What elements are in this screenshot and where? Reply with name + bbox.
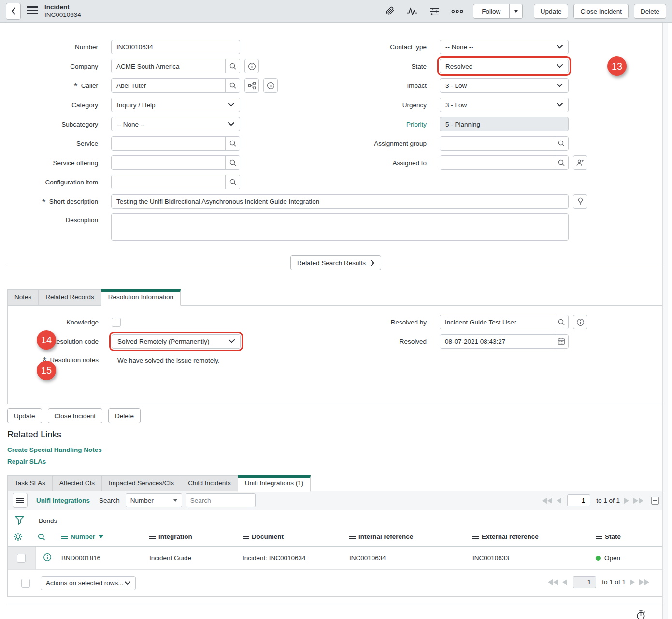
company-preview-button[interactable] <box>244 59 259 73</box>
related-search-results-button[interactable]: Related Search Results <box>290 255 381 270</box>
column-header-number[interactable]: Number <box>59 528 147 546</box>
caller-input[interactable] <box>112 79 225 92</box>
search-icon <box>229 82 237 89</box>
filter-icon[interactable] <box>14 515 25 526</box>
next-page-icon[interactable] <box>624 498 629 504</box>
caller-hierarchy-button[interactable] <box>244 78 259 93</box>
collapse-list-icon[interactable] <box>651 497 659 505</box>
activity-stream-icon[interactable] <box>406 6 418 16</box>
context-menu-icon[interactable] <box>27 6 38 16</box>
response-time-icon[interactable] <box>635 609 646 619</box>
urgency-select[interactable]: 3 - Low <box>440 98 569 112</box>
resolved-by-preview-button[interactable] <box>573 315 587 329</box>
more-options-icon[interactable] <box>451 9 463 14</box>
tab-affected-cis[interactable]: Affected CIs <box>52 475 102 491</box>
list-settings-button[interactable] <box>8 528 35 546</box>
close-incident-button-bottom[interactable]: Close Incident <box>48 408 103 423</box>
impact-select[interactable]: 3 - Low <box>440 78 569 93</box>
service-offering-lookup-button[interactable] <box>225 156 240 169</box>
list-pagination-bottom: to 1 of 1 <box>548 576 649 588</box>
delete-button-bottom[interactable]: Delete <box>108 408 141 423</box>
first-page-icon[interactable] <box>542 498 552 504</box>
row-preview-button[interactable] <box>35 546 59 570</box>
page-number-input-bottom[interactable] <box>573 576 596 588</box>
caller-preview-button[interactable] <box>263 78 278 93</box>
tab-impacted-services[interactable]: Impacted Services/CIs <box>101 475 181 491</box>
category-select[interactable]: Inquiry / Help <box>111 98 240 112</box>
incident-fields: Number Company Caller <box>7 40 664 194</box>
tab-notes[interactable]: Notes <box>7 289 39 305</box>
column-header-external-reference[interactable]: External reference <box>471 528 594 546</box>
first-page-icon[interactable] <box>548 579 558 585</box>
update-button[interactable]: Update <box>534 4 569 19</box>
assignment-group-input[interactable] <box>440 137 554 150</box>
priority-label-link[interactable]: Priority <box>406 121 427 128</box>
resolved-input[interactable] <box>440 335 554 348</box>
assignment-group-reference-field <box>440 136 569 151</box>
actions-on-selected-rows-select[interactable]: Actions on selected rows... <box>41 576 136 590</box>
subcategory-select[interactable]: -- None -- <box>111 117 240 131</box>
state-select[interactable]: Resolved <box>440 59 569 73</box>
number-input[interactable] <box>111 40 240 54</box>
column-header-state[interactable]: State <box>594 528 664 546</box>
select-all-checkbox[interactable] <box>21 579 30 588</box>
contact-type-select[interactable]: -- None -- <box>440 40 569 54</box>
last-page-icon[interactable] <box>633 498 643 504</box>
assigned-to-lookup-button[interactable] <box>554 156 568 169</box>
bond-number-link[interactable]: BND0001816 <box>61 554 100 562</box>
form-section-tabs: Notes Related Records Resolution Informa… <box>7 289 664 305</box>
repair-slas-link[interactable]: Repair SLAs <box>7 458 46 465</box>
assigned-to-input[interactable] <box>440 156 554 169</box>
last-page-icon[interactable] <box>639 579 649 585</box>
resolved-by-input[interactable] <box>440 315 554 329</box>
tab-related-records[interactable]: Related Records <box>38 289 101 305</box>
tab-task-slas[interactable]: Task SLAs <box>7 475 53 491</box>
next-page-icon[interactable] <box>630 579 635 585</box>
description-textarea[interactable] <box>111 213 569 241</box>
column-header-integration[interactable]: Integration <box>147 528 241 546</box>
previous-page-icon[interactable] <box>557 498 561 504</box>
service-lookup-button[interactable] <box>225 137 240 150</box>
back-button[interactable] <box>6 3 21 20</box>
list-search-input[interactable] <box>186 493 256 507</box>
personalize-form-icon[interactable] <box>429 7 440 16</box>
assignment-group-lookup-button[interactable] <box>554 137 568 150</box>
assign-to-me-button[interactable] <box>573 155 587 170</box>
resolved-by-lookup-button[interactable] <box>554 315 568 329</box>
previous-page-icon[interactable] <box>562 579 567 585</box>
close-incident-button[interactable]: Close Incident <box>573 4 629 19</box>
update-button-bottom[interactable]: Update <box>7 408 42 423</box>
service-input[interactable] <box>112 137 225 150</box>
assigned-to-reference-field <box>440 155 569 170</box>
knowledge-checkbox[interactable] <box>112 318 121 327</box>
resolution-notes-textarea[interactable]: We have solved the issue remotely. <box>112 353 336 388</box>
row-checkbox[interactable] <box>17 554 26 563</box>
calendar-button[interactable] <box>554 335 568 348</box>
integration-link[interactable]: Incident Guide <box>149 554 191 562</box>
tab-resolution-information[interactable]: Resolution Information <box>101 289 181 306</box>
company-input[interactable] <box>112 59 225 73</box>
column-header-document[interactable]: Document <box>241 528 347 546</box>
short-description-input[interactable] <box>111 194 569 209</box>
list-search-toggle-button[interactable] <box>35 528 59 546</box>
tab-unifi-integrations[interactable]: Unifi Integrations (1) <box>238 475 311 492</box>
vertical-scrollbar[interactable] <box>662 23 668 619</box>
column-header-internal-reference[interactable]: Internal reference <box>347 528 471 546</box>
configuration-item-input[interactable] <box>112 175 225 189</box>
configuration-item-lookup-button[interactable] <box>225 175 240 189</box>
follow-dropdown-button[interactable] <box>510 4 523 19</box>
page-number-input-top[interactable] <box>567 494 590 506</box>
caller-lookup-button[interactable] <box>225 79 240 92</box>
suggestion-button[interactable] <box>573 194 587 209</box>
follow-button[interactable]: Follow <box>473 4 510 19</box>
search-column-select[interactable]: Number <box>126 493 182 507</box>
document-link[interactable]: Incident: INC0010634 <box>243 554 306 562</box>
create-special-handling-notes-link[interactable]: Create Special Handling Notes <box>7 446 102 453</box>
service-offering-input[interactable] <box>112 156 225 169</box>
attachment-icon[interactable] <box>385 6 395 16</box>
delete-button[interactable]: Delete <box>634 4 666 19</box>
company-lookup-button[interactable] <box>225 59 240 73</box>
resolution-code-select[interactable]: Solved Remotely (Permanently) <box>112 334 241 349</box>
list-context-menu-button[interactable] <box>13 493 28 508</box>
tab-child-incidents[interactable]: Child Incidents <box>181 475 238 491</box>
